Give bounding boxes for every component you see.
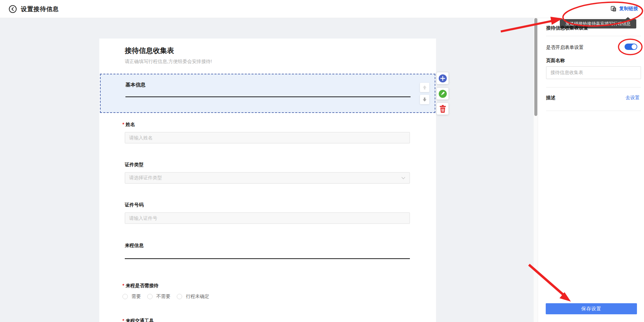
arrival-reception-label: *来程是否需接待 [122, 283, 158, 289]
description-setup-link[interactable]: 去设置 [626, 95, 640, 101]
page-name-input[interactable] [546, 66, 641, 79]
top-bar: 设置接待信息 复制链接 [0, 0, 644, 18]
id-number-field-label: 证件号码 [125, 202, 144, 208]
description-label: 描述 [546, 95, 555, 101]
copy-link-tooltip: 发送链接给接待嘉宾填写行程信息 [560, 19, 636, 28]
canvas-scrollbar-thumb[interactable] [534, 18, 537, 116]
arrival-section-underline [125, 258, 410, 259]
form-toggle-label: 是否开启表单设置 [546, 45, 584, 51]
required-mark: * [122, 318, 124, 322]
id-number-input[interactable] [125, 212, 410, 224]
divider [546, 36, 641, 36]
arrival-reception-radio-group: 需要 不需要 行程未确定 [122, 294, 216, 300]
copy-link-button[interactable]: 复制链接 [611, 6, 638, 12]
move-down-button[interactable] [420, 95, 429, 104]
arrow-up-icon [422, 85, 427, 90]
tooltip-caret [626, 17, 630, 19]
form-title: 接待信息收集表 [125, 46, 174, 55]
form-subtitle: 请正确填写行程信息,方便组委会安排接待! [125, 59, 212, 65]
toggle-knob [632, 44, 637, 49]
radio-undecided-label[interactable]: 行程未确定 [186, 294, 209, 300]
required-mark: * [122, 122, 124, 127]
form-enable-toggle[interactable] [625, 44, 637, 50]
required-mark: * [122, 283, 124, 288]
arrow-down-icon [422, 97, 427, 102]
copy-icon [611, 6, 616, 12]
add-component-button[interactable] [437, 72, 448, 84]
arrival-transport-label: *来程交通工具 [122, 318, 154, 322]
radio-need-label[interactable]: 需要 [131, 294, 141, 300]
name-field-label: *姓名 [122, 122, 135, 128]
move-up-button[interactable] [420, 83, 429, 92]
basic-section-underline [125, 96, 411, 97]
canvas-scrollbar-track[interactable] [534, 18, 538, 322]
chevron-down-icon [401, 177, 406, 180]
app-root: 设置接待信息 复制链接 接待信息收集表 请正确填写行程信息,方便组委会安排接待!… [0, 0, 644, 322]
tooltip-text: 发送链接给接待嘉宾填写行程信息 [566, 21, 631, 27]
name-input[interactable] [125, 132, 410, 143]
radio-no-need[interactable] [147, 294, 153, 299]
radio-no-need-label[interactable]: 不需要 [156, 294, 170, 300]
arrival-section-title: 来程信息 [125, 243, 144, 249]
edit-component-button[interactable] [437, 88, 448, 100]
pencil-icon [438, 89, 447, 98]
id-type-field-label: 证件类型 [125, 162, 144, 168]
divider [546, 87, 641, 87]
radio-undecided[interactable] [177, 294, 182, 299]
page-name-label: 页面名称 [546, 58, 565, 64]
settings-sidebar: 接待信息收集表设置 是否开启表单设置 页面名称 描述 去设置 保存设置 [538, 18, 644, 322]
id-type-select[interactable]: 请选择证件类型 [125, 172, 410, 184]
plus-icon [438, 74, 447, 83]
copy-link-label[interactable]: 复制链接 [619, 6, 638, 12]
divider [546, 111, 641, 111]
back-button[interactable]: 设置接待信息 [9, 5, 59, 13]
selected-section-basic-info[interactable]: 基本信息 [100, 74, 435, 113]
delete-component-button[interactable] [437, 103, 448, 115]
radio-need[interactable] [122, 294, 128, 299]
basic-section-title: 基本信息 [125, 82, 146, 88]
form-preview-card: 接待信息收集表 请正确填写行程信息,方便组委会安排接待! 基本信息 [99, 39, 436, 322]
form-builder-canvas: 接待信息收集表 请正确填写行程信息,方便组委会安排接待! 基本信息 [0, 18, 538, 322]
back-icon[interactable] [9, 5, 17, 13]
page-title: 设置接待信息 [21, 5, 59, 13]
id-type-placeholder: 请选择证件类型 [129, 175, 162, 181]
trash-icon [439, 105, 446, 113]
save-settings-button[interactable]: 保存设置 [546, 303, 637, 314]
